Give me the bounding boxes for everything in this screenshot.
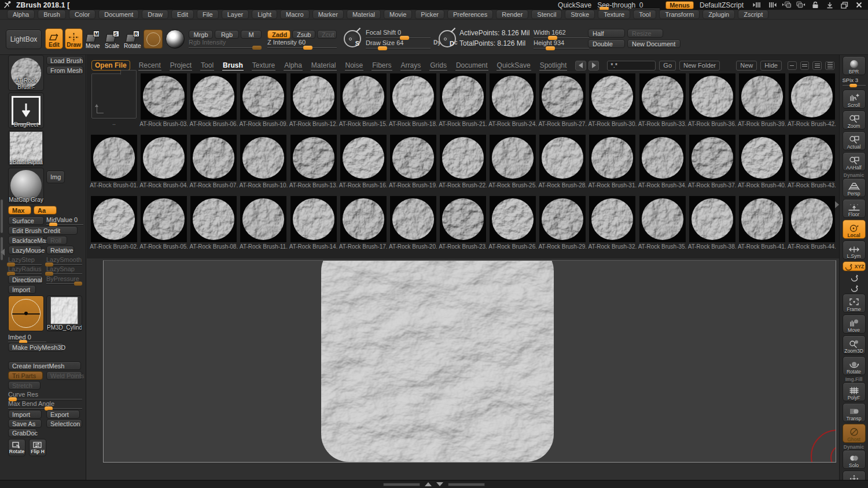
import-alpha-button[interactable]: Import [8,285,36,294]
menu-item[interactable]: Movie [384,10,412,19]
right-shelf-item-gxyz[interactable]: XYZ [843,261,866,271]
mrgb-button[interactable]: Mrgb [189,30,213,39]
move-gizmo-button[interactable]: M Move [86,31,100,49]
half-button[interactable]: Half [588,29,625,38]
brush-thumbnail-cell[interactable]: AT-Rock Brush-05. [139,196,189,250]
m-button[interactable]: M [241,30,262,39]
stretch-button[interactable]: Stretch [8,381,41,390]
gxyz-button[interactable]: XYZ [843,261,866,271]
spix-knob[interactable] [849,84,857,87]
brush-thumbnail-cell[interactable]: AT-Rock Brush-24. [488,73,538,127]
draw-mode-button[interactable]: Draw [65,28,83,49]
right-shelf-item-floor[interactable]: Floor [843,199,866,218]
menu-item[interactable]: Brush [38,10,66,19]
right-shelf-item-transp[interactable]: Transp [843,403,866,422]
right-shelf-item-ghost[interactable]: Ghost [843,424,866,443]
view-size-2-button[interactable] [800,61,810,70]
rotate-button[interactable]: Rotate [843,356,866,375]
go-button[interactable]: Go [659,61,676,71]
menu-item[interactable]: File [197,10,219,19]
right-shelf-item-zoom3d[interactable]: Zoom3D [843,335,866,354]
brush-thumbnail-cell[interactable]: AT-Rock Brush-19. [388,135,438,188]
surface-button[interactable]: Surface [8,216,44,225]
brush-thumbnail-cell[interactable]: AT-Rock Brush-32. [587,196,637,250]
dock-left-icon[interactable] [782,2,791,9]
menu-item[interactable]: Alpha [7,10,35,19]
quicksave-button[interactable]: QuickSave [558,1,591,9]
left-tray-collapse-arrow[interactable] [1,249,5,256]
brush-thumbnail-cell[interactable]: AT-Rock Brush-22. [438,135,488,188]
menu-item[interactable]: Texture [598,10,630,19]
brush-thumbnail-cell[interactable]: AT-Rock Brush-14. [289,196,339,250]
restore-icon[interactable] [840,2,849,9]
menu-item[interactable]: Tool [633,10,656,19]
from-mesh-button[interactable]: From Mesh [46,66,83,75]
brush-thumbnail-cell[interactable]: AT-Rock Brush-09. [238,73,288,127]
hscroll-left-handle[interactable] [383,483,420,486]
brush-thumbnail-cell[interactable]: AT-Rock Brush-13. [289,135,339,188]
lazystep-slider[interactable]: LazyStep [8,256,42,265]
right-shelf-item-rotate[interactable]: Rotate [843,356,866,375]
right-shelf-item-zoom[interactable]: Zoom [843,110,866,130]
brush-thumbnail-cell[interactable]: AT-Rock Brush-01. [89,135,139,188]
brush-thumbnail-cell[interactable]: AT-Rock Brush-08. [189,196,238,250]
frame-button[interactable]: Frame [843,294,866,313]
menu-item[interactable]: Color [69,10,95,19]
right-shelf-item-persp[interactable]: DynamicPersp [843,173,866,197]
right-shelf-item-gy[interactable] [843,273,866,282]
brush-thumbnail-cell[interactable]: AT-Rock Brush-42. [787,73,837,127]
aahalf-button[interactable]: AAHalf [843,152,866,171]
menu-item[interactable]: Zscript [738,10,768,19]
lock-icon[interactable] [811,2,820,9]
brush-thumbnail-cell[interactable]: AT-Rock Brush-11. [238,196,288,250]
move-button[interactable]: Move [843,315,866,334]
draw-size-slider[interactable]: Draw Size 64 [366,39,431,49]
create-insertmesh-button[interactable]: Create InsertMesh [8,361,81,370]
left-panel-scrollbar[interactable] [1,199,3,233]
lightbox-tab[interactable]: Material [311,61,337,71]
max-bend-angle-slider[interactable]: Max Bend Angle [8,400,82,409]
brush-thumbnail-cell[interactable]: AT-Rock Brush-23. [438,196,488,250]
transp-button[interactable]: Transp [843,403,866,422]
brush-thumbnail-cell[interactable]: AT-Rock Brush-44. [787,196,837,250]
hscroll-right-handle[interactable] [448,483,485,486]
lightbox-tab[interactable]: QuickSave [496,61,531,71]
menu-item[interactable]: Macro [280,10,310,19]
brush-thumbnail-cell[interactable]: AT-Rock Brush-10. [238,135,288,188]
lightbox-tab[interactable]: Alpha [284,61,303,71]
zadd-button[interactable]: Zadd [267,30,290,39]
document-area[interactable] [103,260,836,463]
scale-gizmo-button[interactable]: S Scale [105,31,119,49]
bypressure-slider[interactable]: ByPressure [46,275,82,284]
spix-slider[interactable]: SPix 3 [843,77,866,86]
double-button[interactable]: Double [588,39,625,48]
brush-thumbnail-cell[interactable]: AT-Rock Brush-06. [189,73,238,127]
menu-item[interactable]: Edit [171,10,194,19]
brush-thumbnail-cell[interactable]: AT-Rock Brush-21. [438,73,488,127]
lightbox-tab[interactable]: Project [170,61,192,71]
lightbox-tab[interactable]: Open File [91,60,130,71]
document-height-slider[interactable]: Height 934 [534,39,589,49]
export-tool-button[interactable]: Export [46,410,80,419]
depth-mask-button[interactable]: D [439,30,456,47]
right-tray-collapse-arrow[interactable] [835,201,839,208]
see-through-slider[interactable]: See-through 0 [597,1,660,9]
gz-button[interactable] [843,283,866,292]
weld-points-button[interactable]: Weld Points [46,371,82,380]
lightbox-search-input[interactable] [607,61,656,71]
local-button[interactable]: Local [843,220,866,239]
default-zscript-button[interactable]: DefaultZScript [700,1,744,9]
right-shelf-item-move[interactable]: Move [843,315,866,334]
right-shelf-item-solo[interactable]: DynamicSolo [843,445,866,469]
rgb-button[interactable]: Rgb [215,30,239,39]
brush-thumbnail-cell[interactable]: AT-Rock Brush-18. [388,73,438,127]
backfacemask-button[interactable]: BackfaceMask [8,236,44,245]
rgb-intensity-slider[interactable]: Rgb Intensity [189,39,262,48]
make-polymesh3d-button[interactable]: Make PolyMesh3D [8,343,64,352]
grabdoc-button[interactable]: GrabDoc [8,428,37,437]
brush-thumbnail-cell[interactable]: AT-Rock Brush-39. [737,73,787,127]
lightbox-toggle-button[interactable]: LightBox [6,29,42,49]
close-icon[interactable] [854,2,863,9]
lightbox-tab[interactable]: Arrays [400,61,422,71]
flip-h-icon-button[interactable]: Flip H [29,439,46,456]
